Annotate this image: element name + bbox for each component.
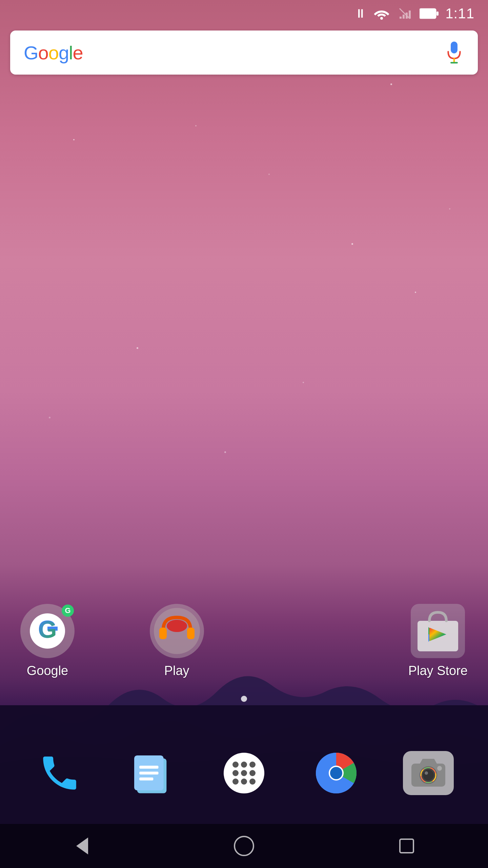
svg-rect-27 (139, 766, 158, 769)
svg-point-43 (330, 767, 342, 779)
status-bar: ⏸ 1:11 (0, 0, 488, 27)
svg-rect-28 (139, 772, 158, 775)
search-bar[interactable]: Google (10, 31, 478, 75)
play-store-app[interactable]: Play Store (408, 604, 468, 678)
camera-app[interactable] (403, 748, 454, 798)
svg-text:G: G (38, 616, 57, 643)
wifi-icon (373, 7, 390, 20)
pause-icon: ⏸ (354, 6, 367, 21)
svg-point-33 (249, 762, 256, 768)
svg-point-37 (232, 778, 239, 785)
play-music-app[interactable]: Play (150, 604, 204, 678)
recents-button[interactable] (390, 832, 424, 860)
google-g2: g (59, 42, 69, 64)
google-app[interactable]: G G G Google (20, 604, 75, 678)
svg-rect-16 (187, 628, 195, 639)
chrome-app[interactable] (311, 748, 362, 798)
chrome-icon (311, 748, 362, 798)
svg-point-32 (241, 762, 247, 768)
google-app-icon: G G G (20, 604, 75, 658)
signal-icon (396, 7, 413, 20)
svg-rect-15 (159, 628, 167, 639)
svg-rect-29 (139, 777, 153, 781)
play-music-icon (150, 604, 204, 658)
svg-point-38 (241, 778, 247, 785)
google-o1: o (38, 42, 48, 64)
svg-point-17 (167, 620, 187, 632)
svg-rect-1 (400, 17, 402, 19)
svg-point-36 (249, 770, 256, 776)
camera-icon (403, 748, 454, 798)
google-e: e (73, 42, 83, 64)
play-music-app-label: Play (164, 664, 189, 678)
status-time: 1:11 (445, 5, 474, 22)
messages-app[interactable] (126, 748, 177, 798)
svg-point-31 (232, 762, 239, 768)
play-store-icon (411, 604, 465, 658)
battery-icon (420, 7, 439, 20)
messages-icon (126, 748, 177, 798)
google-l: l (69, 42, 73, 64)
svg-point-0 (380, 17, 383, 20)
voice-search-button[interactable] (444, 39, 464, 66)
svg-point-39 (249, 778, 256, 785)
page-indicator (241, 696, 247, 702)
svg-rect-8 (451, 42, 458, 54)
nav-bar (0, 824, 488, 868)
google-o2: o (48, 42, 59, 64)
google-logo: Google (24, 42, 83, 64)
svg-point-34 (232, 770, 239, 776)
google-g: G (24, 42, 38, 64)
apps-grid-icon (219, 748, 269, 798)
page-dot-0 (241, 696, 247, 702)
home-button[interactable] (227, 832, 261, 860)
phone-app[interactable] (34, 748, 85, 798)
svg-point-54 (235, 836, 253, 855)
svg-point-47 (423, 770, 434, 781)
svg-point-48 (425, 771, 428, 775)
back-button[interactable] (64, 832, 98, 860)
svg-rect-2 (403, 15, 405, 19)
play-store-app-label: Play Store (408, 664, 468, 678)
svg-point-49 (437, 766, 442, 771)
google-app-label: Google (27, 664, 68, 678)
svg-rect-6 (420, 9, 436, 18)
stars-decoration (0, 0, 488, 694)
svg-rect-7 (436, 12, 439, 16)
svg-point-35 (241, 770, 247, 776)
svg-marker-53 (76, 837, 88, 854)
svg-rect-55 (400, 839, 413, 853)
app-launcher[interactable] (219, 748, 269, 798)
homescreen-apps: G G G Google (0, 604, 488, 678)
phone-icon (34, 748, 85, 798)
